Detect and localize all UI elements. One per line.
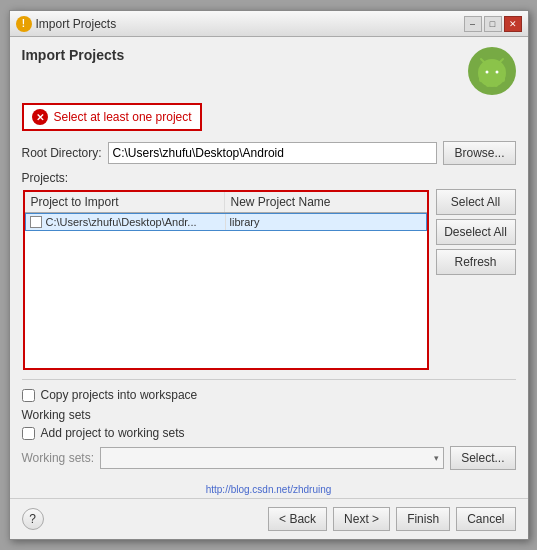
- table-body: C:\Users\zhufu\Desktop\Andr... library: [25, 213, 427, 363]
- working-sets-label: Working sets: [22, 408, 516, 422]
- footer-right: < Back Next > Finish Cancel: [268, 507, 515, 531]
- row-checkbox[interactable]: [30, 216, 42, 228]
- projects-label: Projects:: [22, 171, 516, 185]
- projects-area: Project to Import New Project Name C:\Us…: [22, 189, 516, 371]
- combo-arrow-icon: ▾: [434, 453, 439, 463]
- svg-rect-1: [482, 69, 502, 83]
- refresh-button[interactable]: Refresh: [436, 249, 516, 275]
- close-button[interactable]: ✕: [504, 16, 522, 32]
- next-button[interactable]: Next >: [333, 507, 390, 531]
- col-header-import: Project to Import: [25, 192, 225, 212]
- android-icon: [468, 47, 516, 95]
- dialog-title: Import Projects: [22, 47, 125, 63]
- title-bar: ! Import Projects – □ ✕: [10, 11, 528, 37]
- separator-1: [22, 379, 516, 380]
- svg-line-4: [481, 59, 485, 63]
- copy-projects-checkbox[interactable]: [22, 389, 35, 402]
- dialog-content: Import Projects ✕ Selec: [10, 37, 528, 480]
- table-row[interactable]: C:\Users\zhufu\Desktop\Andr... library: [25, 213, 427, 231]
- cancel-button[interactable]: Cancel: [456, 507, 515, 531]
- title-bar-controls: – □ ✕: [464, 16, 522, 32]
- maximize-button[interactable]: □: [484, 16, 502, 32]
- back-button[interactable]: < Back: [268, 507, 327, 531]
- root-directory-input[interactable]: [108, 142, 438, 164]
- import-projects-dialog: ! Import Projects – □ ✕ Import Projects: [9, 10, 529, 540]
- root-directory-label: Root Directory:: [22, 146, 102, 160]
- copy-projects-label: Copy projects into workspace: [41, 388, 198, 402]
- title-bar-title: Import Projects: [36, 17, 117, 31]
- minimize-button[interactable]: –: [464, 16, 482, 32]
- working-sets-select-button[interactable]: Select...: [450, 446, 515, 470]
- dialog-header-left: Import Projects: [22, 47, 125, 63]
- row-cell-path: C:\Users\zhufu\Desktop\Andr...: [26, 214, 226, 230]
- error-message: Select at least one project: [54, 110, 192, 124]
- working-sets-field-row: Working sets: ▾ Select...: [22, 446, 516, 470]
- svg-rect-9: [494, 82, 498, 87]
- footer-bar: ? < Back Next > Finish Cancel: [10, 498, 528, 539]
- svg-line-5: [499, 59, 503, 63]
- dialog-header: Import Projects: [22, 47, 516, 95]
- footer-left: ?: [22, 508, 44, 530]
- add-working-sets-checkbox[interactable]: [22, 427, 35, 440]
- working-sets-field-label: Working sets:: [22, 451, 94, 465]
- dialog-icon: !: [16, 16, 32, 32]
- android-svg: [474, 53, 510, 89]
- copy-projects-row: Copy projects into workspace: [22, 388, 516, 402]
- side-buttons: Select All Deselect All Refresh: [436, 189, 516, 371]
- svg-point-3: [495, 71, 498, 74]
- add-working-sets-row: Add project to working sets: [22, 426, 516, 440]
- svg-rect-7: [501, 74, 505, 82]
- table-header: Project to Import New Project Name: [25, 192, 427, 213]
- finish-button[interactable]: Finish: [396, 507, 450, 531]
- add-working-sets-label: Add project to working sets: [41, 426, 185, 440]
- browse-button[interactable]: Browse...: [443, 141, 515, 165]
- deselect-all-button[interactable]: Deselect All: [436, 219, 516, 245]
- help-button[interactable]: ?: [22, 508, 44, 530]
- projects-table: Project to Import New Project Name C:\Us…: [23, 190, 429, 370]
- select-all-button[interactable]: Select All: [436, 189, 516, 215]
- working-sets-combo[interactable]: ▾: [100, 447, 444, 469]
- svg-point-2: [485, 71, 488, 74]
- col-header-name: New Project Name: [225, 192, 427, 212]
- error-icon: ✕: [32, 109, 48, 125]
- error-banner: ✕ Select at least one project: [22, 103, 202, 131]
- title-bar-left: ! Import Projects: [16, 16, 117, 32]
- svg-rect-6: [479, 74, 483, 82]
- row-cell-name: library: [226, 214, 426, 230]
- url-text: http://blog.csdn.net/zhdruing: [204, 482, 334, 497]
- url-bar: http://blog.csdn.net/zhdruing: [10, 480, 528, 498]
- svg-rect-8: [486, 82, 490, 87]
- root-directory-row: Root Directory: Browse...: [22, 141, 516, 165]
